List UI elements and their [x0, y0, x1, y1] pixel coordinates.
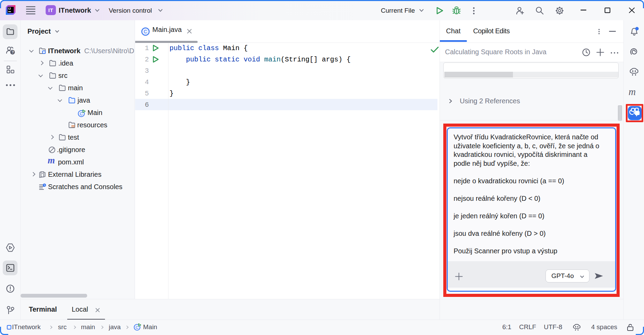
svg-text:C: C — [144, 29, 147, 34]
svg-text:C: C — [136, 325, 138, 330]
svg-text:?: ? — [12, 50, 14, 54]
svg-text:IJ: IJ — [8, 7, 11, 10]
svg-text:C: C — [80, 112, 83, 116]
